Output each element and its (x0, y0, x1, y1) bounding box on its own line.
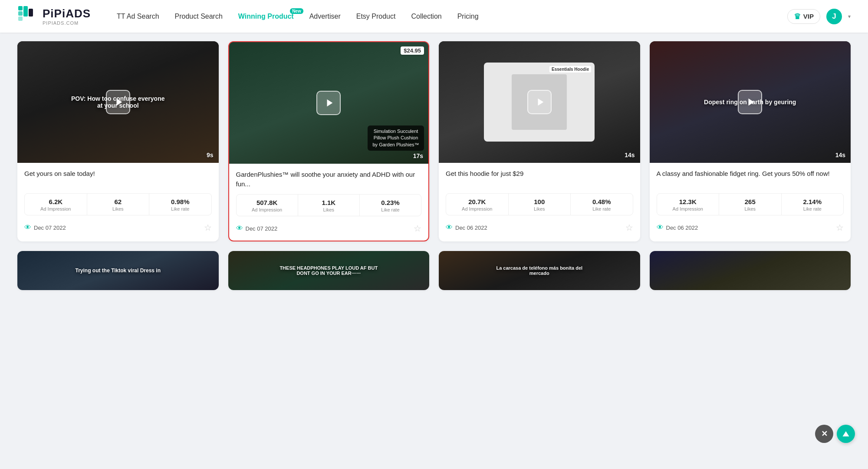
svg-rect-4 (29, 9, 33, 17)
nav-product-search[interactable]: Product Search (175, 13, 223, 20)
new-badge: New (290, 8, 303, 14)
svg-rect-3 (23, 6, 28, 17)
stat-impression-label-1: Ad Impression (26, 206, 85, 211)
stat-impression-1: 6.2K Ad Impression (25, 194, 87, 215)
stat-impression-label-2: Ad Impression (238, 207, 296, 212)
logo-main-text: PiPiADS (43, 7, 91, 20)
card-date-1: 👁 Dec 07 2022 (24, 224, 66, 231)
card-thumb-5[interactable]: Trying out the Tiktok viral Dress in (17, 251, 219, 290)
main-content: POV: How too confuse everyone at your sc… (0, 33, 868, 307)
svg-marker-5 (116, 99, 122, 106)
nav-etsy-product[interactable]: Etsy Product (356, 13, 396, 20)
card-footer-4: 👁 Dec 06 2022 ☆ (657, 221, 844, 235)
card-date-text-1: Dec 07 2022 (34, 225, 66, 231)
play-button-1[interactable] (106, 90, 130, 114)
card-thumb-6[interactable]: THESE HEADPHONES PLAY LOUD AF BUT DONT G… (228, 251, 430, 290)
svg-rect-0 (18, 6, 23, 10)
star-icon-2[interactable]: ☆ (414, 223, 421, 234)
stat-likerate-4: 2.14% Like rate (782, 194, 844, 215)
stat-likerate-label-3: Like rate (572, 206, 631, 211)
stat-impression-2: 507.8K Ad Impression (237, 195, 298, 216)
nav-advertiser[interactable]: Advertiser (309, 13, 341, 20)
card-stats-2: 507.8K Ad Impression 1.1K Likes 0.23% Li… (236, 194, 422, 216)
crown-icon: ♛ (794, 12, 801, 21)
card-thumb-bg-8 (650, 251, 851, 290)
card-stats-3: 20.7K Ad Impression 100 Likes 0.48% Like… (446, 193, 633, 215)
card-thumb-bg-5: Trying out the Tiktok viral Dress in (17, 251, 219, 290)
card-grid-row1: POV: How too confuse everyone at your sc… (17, 41, 851, 241)
card-footer-3: 👁 Dec 06 2022 ☆ (446, 221, 633, 235)
ad-card-6: THESE HEADPHONES PLAY LOUD AF BUT DONT G… (228, 251, 430, 290)
star-icon-3[interactable]: ☆ (625, 222, 633, 233)
card-thumb-1[interactable]: POV: How too confuse everyone at your sc… (17, 41, 219, 163)
dropdown-caret-icon[interactable]: ▾ (848, 13, 851, 20)
star-icon-1[interactable]: ☆ (204, 222, 212, 233)
card-date-text-2: Dec 07 2022 (246, 225, 278, 232)
stat-likes-4: 265 Likes (719, 194, 782, 215)
nav-tt-ad-search[interactable]: TT Ad Search (117, 13, 159, 20)
ad-card-7: La carcasa de teléfono más bonita del me… (439, 251, 640, 290)
stat-likes-label-4: Likes (721, 206, 779, 211)
card-grid-row2: Trying out the Tiktok viral Dress in THE… (17, 251, 851, 290)
stat-impression-label-3: Ad Impression (448, 206, 506, 211)
card-thumb-2[interactable]: $24.95 Simulation Succulent Pillow Plush… (229, 42, 429, 164)
stat-likes-value-3: 100 (510, 198, 569, 205)
card-thumb-3[interactable]: Essentials Hoodie 14s (439, 41, 640, 163)
stat-likerate-label-4: Like rate (783, 206, 842, 211)
stat-likes-label-1: Likes (89, 206, 148, 211)
card-body-2: GardenPlushies™ will soothe your anxiety… (229, 164, 429, 241)
card-stats-4: 12.3K Ad Impression 265 Likes 2.14% Like… (657, 193, 844, 215)
card-stats-1: 6.2K Ad Impression 62 Likes 0.98% Like r… (24, 193, 212, 215)
logo[interactable]: PiPiADS PIPIADS.COM (17, 5, 91, 28)
card-thumb-bg-3: Essentials Hoodie 14s (439, 41, 640, 163)
nav-winning-product-label: Winning Product (238, 13, 294, 20)
star-icon-4[interactable]: ☆ (836, 222, 844, 233)
svg-marker-6 (327, 99, 333, 107)
stat-likerate-2: 0.23% Like rate (360, 195, 421, 216)
stat-likerate-3: 0.48% Like rate (571, 194, 633, 215)
card-text-overlay-7: La carcasa de teléfono más bonita del me… (489, 265, 590, 276)
stat-likes-2: 1.1K Likes (298, 195, 360, 216)
card-price-tag-2: $24.95 (401, 46, 424, 55)
logo-icon (17, 5, 38, 28)
card-thumb-bg-1: POV: How too confuse everyone at your sc… (17, 41, 219, 163)
logo-sub-text: PIPIADS.COM (43, 20, 91, 26)
card-text-overlay-5: Trying out the Tiktok viral Dress in (76, 268, 161, 274)
stat-likerate-value-2: 0.23% (362, 199, 419, 206)
stat-impression-value-4: 12.3K (659, 198, 717, 205)
stat-impression-4: 12.3K Ad Impression (657, 194, 720, 215)
ad-card-1: POV: How too confuse everyone at your sc… (17, 41, 219, 241)
card-thumb-7[interactable]: La carcasa de teléfono más bonita del me… (439, 251, 640, 290)
card-caption-2: Simulation Succulent Pillow Plush Cushio… (368, 126, 424, 151)
stat-impression-value-2: 507.8K (238, 199, 296, 206)
play-button-2[interactable] (316, 91, 341, 115)
stat-likerate-label-1: Like rate (151, 206, 210, 211)
nav-winning-product[interactable]: Winning Product New (238, 13, 294, 20)
header-right: ♛ VIP J ▾ (787, 9, 851, 24)
card-thumb-4[interactable]: Dopest ring on earth by geuring 14s (650, 41, 851, 163)
stat-likerate-value-1: 0.98% (151, 198, 210, 205)
nav-pricing[interactable]: Pricing (457, 13, 479, 20)
main-nav: TT Ad Search Product Search Winning Prod… (117, 13, 787, 20)
stat-impression-value-1: 6.2K (26, 198, 85, 205)
stat-likes-3: 100 Likes (509, 194, 571, 215)
svg-marker-7 (538, 99, 543, 106)
card-title-1: Get yours on sale today! (24, 169, 212, 188)
card-thumb-bg-2: $24.95 Simulation Succulent Pillow Plush… (229, 42, 429, 164)
vip-button[interactable]: ♛ VIP (787, 9, 820, 24)
card-title-3: Get this hoodie for just $29 (446, 169, 633, 188)
nav-collection[interactable]: Collection (411, 13, 441, 20)
stat-impression-3: 20.7K Ad Impression (446, 194, 509, 215)
ad-card-2: $24.95 Simulation Succulent Pillow Plush… (228, 41, 430, 241)
stat-likes-1: 62 Likes (87, 194, 150, 215)
card-thumb-bg-6: THESE HEADPHONES PLAY LOUD AF BUT DONT G… (228, 251, 430, 290)
card-date-3: 👁 Dec 06 2022 (446, 224, 487, 231)
stat-likes-value-2: 1.1K (300, 199, 358, 206)
avatar[interactable]: J (826, 9, 842, 24)
card-title-2: GardenPlushies™ will soothe your anxiety… (236, 170, 422, 189)
stat-likes-value-1: 62 (89, 198, 148, 205)
card-thumb-bg-7: La carcasa de teléfono más bonita del me… (439, 251, 640, 290)
play-button-3[interactable] (527, 90, 552, 114)
play-button-4[interactable] (738, 90, 762, 114)
card-thumb-8[interactable] (650, 251, 851, 290)
